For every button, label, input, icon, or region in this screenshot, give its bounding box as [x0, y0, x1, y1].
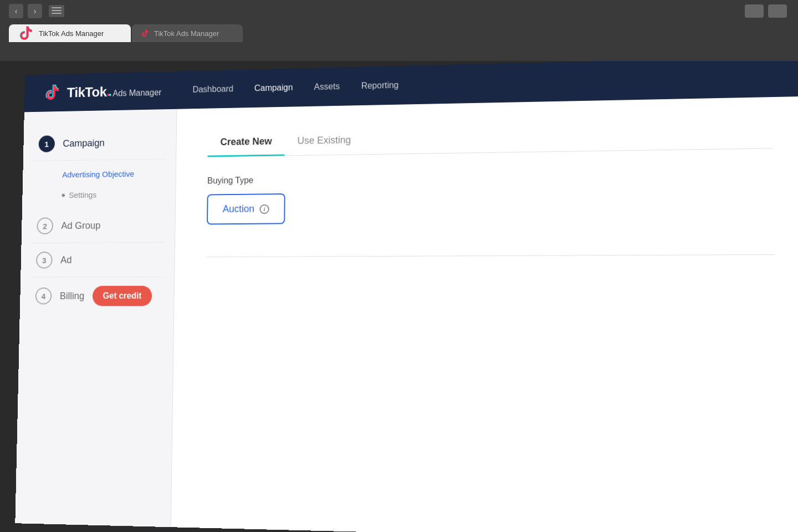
- step-4-billing: 4 Billing Get credit: [30, 277, 163, 315]
- buying-type-label: Buying Type: [207, 172, 532, 186]
- forward-button[interactable]: ›: [28, 4, 42, 18]
- get-credit-button[interactable]: Get credit: [93, 286, 152, 306]
- perspective-wrapper: TikTok●● Ads Manager Dashboard Campaign …: [0, 61, 798, 532]
- page-content: TikTok●● Ads Manager Dashboard Campaign …: [15, 61, 798, 532]
- step-3-ad[interactable]: 3 Ad: [30, 243, 164, 278]
- tab-use-existing[interactable]: Use Existing: [284, 127, 364, 156]
- step-3-number: 3: [36, 252, 53, 269]
- content-area: Create New Use Existing Buying Type Auct…: [171, 96, 798, 532]
- browser-tab-1[interactable]: TikTok Ads Manager: [9, 24, 131, 42]
- brand-logo-area: TikTok●● Ads Manager: [44, 81, 161, 102]
- browser-action-2[interactable]: [768, 4, 787, 18]
- auction-info-icon[interactable]: i: [259, 204, 269, 214]
- auction-selector[interactable]: Auction i: [207, 193, 285, 224]
- tiktok-brand-icon: [44, 84, 62, 101]
- step-1-campaign[interactable]: 1 Campaign: [33, 125, 166, 161]
- main-layout: 1 Campaign Advertising Objective Setting…: [15, 96, 798, 532]
- step-3-label: Ad: [60, 254, 72, 265]
- step-1-label: Campaign: [63, 137, 105, 149]
- nav-campaign[interactable]: Campaign: [254, 81, 293, 95]
- sub-settings[interactable]: Settings: [62, 184, 165, 204]
- browser-action-1[interactable]: [745, 4, 764, 18]
- tab-1-title: TikTok Ads Manager: [39, 29, 104, 38]
- step-2-label: Ad Group: [61, 220, 100, 232]
- brand-subtitle: Ads Manager: [112, 88, 161, 98]
- form-section: Buying Type Auction i: [207, 172, 532, 224]
- sidebar-toggle-button[interactable]: [49, 5, 64, 17]
- sidebar-icon: [52, 7, 62, 15]
- campaign-sub-items: Advertising Objective Settings: [32, 159, 165, 209]
- auction-label: Auction: [223, 203, 254, 215]
- tab-2-title: TikTok Ads Manager: [154, 29, 219, 38]
- tiktok-tab-icon-2: [141, 29, 150, 38]
- step-4-number: 4: [35, 288, 52, 305]
- sub-settings-dot: [62, 193, 65, 197]
- content-divider: [206, 254, 774, 257]
- browser-tab-2[interactable]: TikTok Ads Manager: [132, 24, 243, 42]
- step-1-number: 1: [38, 135, 55, 152]
- nav-assets[interactable]: Assets: [314, 80, 340, 94]
- tiktok-tab-icon-1: [18, 25, 34, 42]
- sub-advertising-objective[interactable]: Advertising Objective: [62, 163, 165, 185]
- brand-name: TikTok●●: [67, 84, 115, 100]
- content-tabs: Create New Use Existing: [208, 120, 773, 157]
- browser-tab-bar: TikTok Ads Manager TikTok Ads Manager: [0, 22, 798, 42]
- nav-dashboard[interactable]: Dashboard: [192, 82, 233, 96]
- browser-controls: ‹ ›: [0, 0, 798, 22]
- browser-right-actions: [745, 4, 787, 18]
- step-4-label: Billing: [60, 290, 85, 301]
- nav-reporting[interactable]: Reporting: [361, 78, 399, 93]
- sidebar: 1 Campaign Advertising Objective Setting…: [15, 109, 177, 527]
- step-2-adgroup[interactable]: 2 Ad Group: [32, 208, 165, 243]
- browser-chrome: ‹ › TikTok Ads Manager: [0, 0, 798, 61]
- back-button[interactable]: ‹: [9, 4, 23, 18]
- nav-items: Dashboard Campaign Assets Reporting: [192, 78, 398, 96]
- tab-create-new[interactable]: Create New: [208, 128, 285, 157]
- brand-text: TikTok●● Ads Manager: [66, 83, 161, 101]
- step-2-number: 2: [37, 217, 53, 234]
